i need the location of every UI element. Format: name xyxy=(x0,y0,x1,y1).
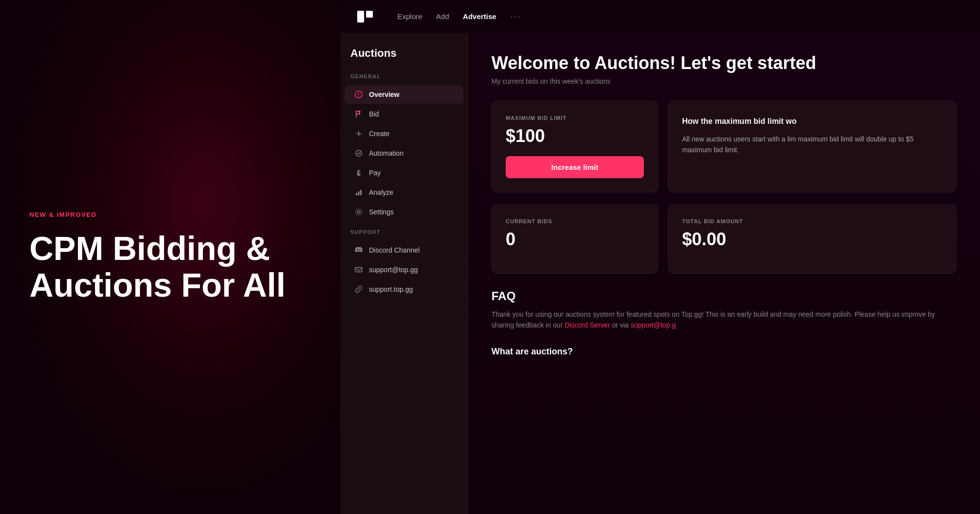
welcome-subtitle: My current bids on this week's auctions xyxy=(491,77,956,85)
sidebar-general-label: GENERAL xyxy=(341,73,467,84)
cards-grid-top: MAXIMUM BID LIMIT $100 Increase limit Ho… xyxy=(491,101,956,192)
sidebar-item-create[interactable]: Create xyxy=(344,124,464,143)
sidebar-item-link[interactable]: support.top.gg xyxy=(344,280,464,299)
bids-row: CURRENT BIDS 0 TOTAL BID AMOUNT $0.00 xyxy=(491,204,956,274)
faq-text-mid: or via xyxy=(612,321,629,329)
sidebar-email-label: support@top.gg xyxy=(369,266,418,274)
sidebar-title: Auctions xyxy=(341,47,467,70)
gear-icon xyxy=(354,208,363,216)
svg-rect-8 xyxy=(356,193,357,195)
hero-tag: NEW & IMPROVED xyxy=(29,211,311,218)
sidebar-overview-label: Overview xyxy=(369,91,399,98)
sidebar-analyze-label: Analyze xyxy=(369,188,393,196)
svg-point-4 xyxy=(358,95,359,96)
sidebar-item-email[interactable]: support@top.gg xyxy=(344,260,464,279)
svg-rect-1 xyxy=(366,11,373,18)
email-icon xyxy=(354,265,363,274)
increase-limit-button[interactable]: Increase limit xyxy=(506,156,644,178)
dollar-icon xyxy=(354,168,363,177)
how-card-text: All new auctions users start with a lim … xyxy=(682,134,942,156)
svg-rect-12 xyxy=(355,268,362,272)
sidebar-settings-label: Settings xyxy=(369,208,394,216)
faq-section: FAQ Thank you for using our auctions sys… xyxy=(491,289,956,357)
hero-section: NEW & IMPROVED CPM Bidding & Auctions Fo… xyxy=(0,0,341,514)
discord-icon xyxy=(354,246,363,255)
link-icon xyxy=(354,285,363,294)
sidebar-item-bid[interactable]: Bid xyxy=(344,105,464,123)
svg-rect-0 xyxy=(357,11,364,23)
nav-explore[interactable]: Explore xyxy=(397,12,422,21)
svg-rect-9 xyxy=(358,191,360,195)
sidebar-item-automation[interactable]: Automation xyxy=(344,144,464,163)
plus-icon xyxy=(354,129,363,138)
sidebar-item-analyze[interactable]: Analyze xyxy=(344,183,464,202)
max-bid-value: $100 xyxy=(506,126,644,146)
nav-links: Explore Add Advertise ··· xyxy=(397,11,521,22)
max-bid-card: MAXIMUM BID LIMIT $100 Increase limit xyxy=(491,101,658,192)
sidebar-bid-label: Bid xyxy=(369,110,379,118)
what-auctions-title: What are auctions? xyxy=(491,347,956,357)
main-content: Auctions GENERAL Overview xyxy=(341,33,980,514)
svg-rect-10 xyxy=(360,190,362,195)
current-bids-label: CURRENT BIDS xyxy=(506,218,644,224)
current-bids-card: CURRENT BIDS 0 xyxy=(491,204,658,274)
main-panel: Welcome to Auctions! Let's get started M… xyxy=(468,33,980,514)
welcome-title: Welcome to Auctions! Let's get started xyxy=(491,53,956,73)
faq-text: Thank you for using our auctions system … xyxy=(491,309,956,331)
how-card-title: How the maximum bid limit wo xyxy=(682,115,942,128)
faq-email-link[interactable]: support@top.g xyxy=(631,321,676,329)
max-bid-label: MAXIMUM BID LIMIT xyxy=(506,115,644,121)
hero-title: CPM Bidding & Auctions For All xyxy=(29,230,311,304)
total-bid-label: TOTAL BID AMOUNT xyxy=(682,218,942,224)
sidebar-item-pay[interactable]: Pay xyxy=(344,164,464,182)
total-bid-card: TOTAL BID AMOUNT $0.00 xyxy=(668,204,956,274)
nav-add[interactable]: Add xyxy=(436,12,449,21)
sidebar: Auctions GENERAL Overview xyxy=(341,33,468,514)
sidebar-pay-label: Pay xyxy=(369,169,381,177)
sidebar-create-label: Create xyxy=(369,130,390,138)
sidebar-item-settings[interactable]: Settings xyxy=(344,203,464,221)
alert-circle-icon xyxy=(354,90,363,99)
faq-title: FAQ xyxy=(491,289,956,303)
how-card: How the maximum bid limit wo All new auc… xyxy=(668,101,956,192)
topnav: Explore Add Advertise ··· xyxy=(341,0,980,33)
current-bids-value: 0 xyxy=(506,229,644,250)
sidebar-automation-label: Automation xyxy=(369,149,404,157)
app-section: Explore Add Advertise ··· Auctions GENER… xyxy=(341,0,980,514)
logo[interactable] xyxy=(356,8,374,25)
chart-icon xyxy=(354,188,363,197)
sidebar-discord-label: Discord Channel xyxy=(369,246,420,254)
sidebar-item-discord[interactable]: Discord Channel xyxy=(344,241,464,259)
automation-icon xyxy=(354,149,363,158)
faq-discord-link[interactable]: Discord Server xyxy=(564,321,610,329)
flag-icon xyxy=(354,110,363,118)
sidebar-item-overview[interactable]: Overview xyxy=(344,85,464,104)
sidebar-support-link-label: support.top.gg xyxy=(369,285,413,293)
nav-more[interactable]: ··· xyxy=(510,11,521,22)
sidebar-support-label: SUPPORT xyxy=(341,229,467,240)
faq-text-before: Thank you for using our auctions system … xyxy=(491,310,935,329)
total-bid-value: $0.00 xyxy=(682,229,942,250)
nav-advertise[interactable]: Advertise xyxy=(463,12,496,21)
svg-point-11 xyxy=(358,211,360,213)
